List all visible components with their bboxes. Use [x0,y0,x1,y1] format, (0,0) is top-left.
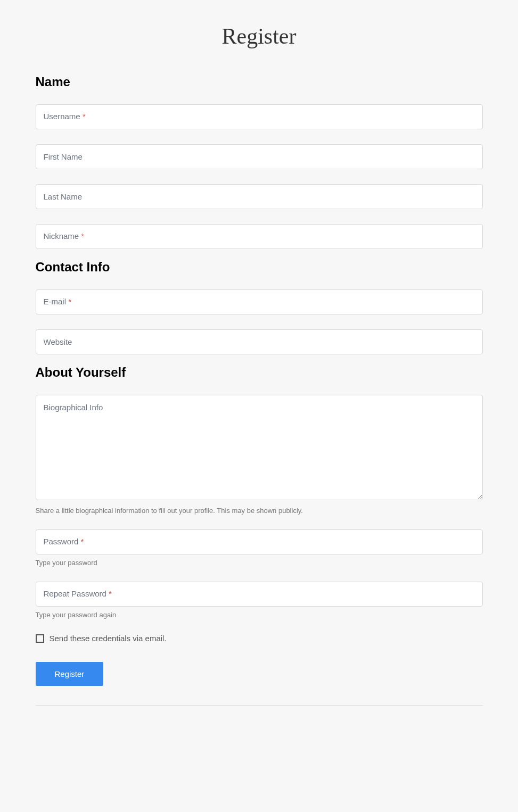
repeat-password-hint: Type your password again [36,611,483,619]
email-input[interactable] [36,289,483,314]
send-email-checkbox[interactable] [36,634,44,643]
section-name-heading: Name [36,74,483,89]
section-about-heading: About Yourself [36,365,483,380]
section-contact-heading: Contact Info [36,260,483,275]
website-input[interactable] [36,329,483,354]
send-email-label: Send these credentials via email. [50,634,167,643]
password-hint: Type your password [36,559,483,567]
page-title: Register [36,23,483,49]
nickname-input[interactable] [36,224,483,249]
username-input[interactable] [36,104,483,129]
divider [36,705,483,706]
last-name-input[interactable] [36,184,483,209]
register-button[interactable]: Register [36,662,104,686]
bio-textarea[interactable] [36,395,483,500]
password-input[interactable] [36,529,483,554]
first-name-input[interactable] [36,144,483,169]
repeat-password-input[interactable] [36,582,483,607]
bio-hint: Share a little biographical information … [36,507,483,515]
